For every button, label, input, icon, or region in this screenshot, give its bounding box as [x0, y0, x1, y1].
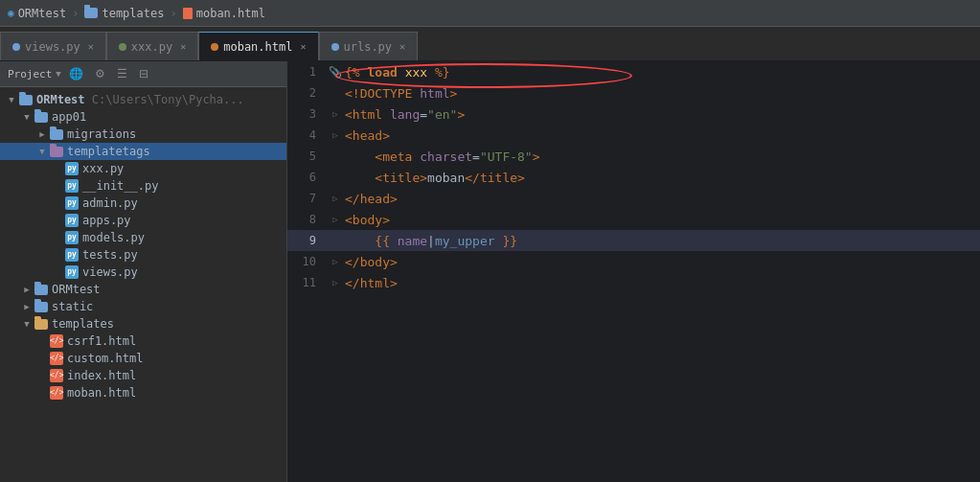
project-icon: ◉: [8, 7, 14, 19]
py-icon-models: py: [65, 231, 79, 244]
py-icon-xxx: py: [65, 162, 79, 175]
tab-py-icon: [12, 43, 20, 51]
py-icon-admin: py: [65, 196, 79, 210]
code-line-5: 5 <meta charset="UTF-8">: [287, 146, 980, 167]
code-line-2: 2 <!DOCTYPE html>: [287, 82, 980, 103]
py-icon-init: py: [65, 179, 79, 193]
tree-item-models-py[interactable]: py models.py: [0, 229, 286, 246]
title-folder[interactable]: templates: [84, 7, 164, 20]
tab-moban-html[interactable]: moban.html ✕: [198, 32, 318, 60]
folder-icon-templates: [34, 319, 48, 330]
code-line-1: 1 📎 {% load xxx %}: [287, 61, 980, 82]
toolbar-collapse-btn[interactable]: ⊟: [135, 65, 152, 82]
tab-moban-icon: [211, 43, 218, 51]
sidebar-toolbar: Project ▼ 🌐 ⚙ ☰ ⊟: [0, 61, 286, 87]
project-label: Project: [8, 68, 52, 80]
tree-item-index-html[interactable]: </> index.html: [0, 367, 286, 384]
tree-item-tests-py[interactable]: py tests.py: [0, 246, 286, 264]
py-icon-apps: py: [65, 214, 79, 227]
tree-item-migrations[interactable]: ▶ migrations: [0, 126, 286, 143]
code-line-7: 7 ▷ </head>: [287, 188, 980, 209]
tree-item-admin-py[interactable]: py admin.py: [0, 195, 286, 212]
tree-item-custom-html[interactable]: </> custom.html: [0, 350, 286, 367]
tree-item-csrf1-html[interactable]: </> csrf1.html: [0, 333, 286, 350]
py-icon-views: py: [65, 265, 79, 279]
tree-item-moban-html[interactable]: </> moban.html: [0, 384, 286, 402]
toolbar-dropdown-arrow: ▼: [56, 69, 60, 79]
tab-xxx-py[interactable]: xxx.py ✕: [106, 32, 198, 60]
tab-urls-py[interactable]: urls.py ✕: [319, 32, 419, 60]
toolbar-locate-btn[interactable]: 🌐: [65, 65, 87, 82]
tree-item-views-py[interactable]: py views.py: [0, 264, 286, 281]
tree-item-init-py[interactable]: py __init__.py: [0, 177, 286, 195]
folder-icon-ormtest: [19, 95, 33, 105]
toolbar-gear-btn[interactable]: ☰: [113, 65, 131, 82]
folder-icon-migrations: [50, 129, 63, 140]
folder-icon-templatetags: [50, 147, 63, 157]
title-bar: ◉ ORMtest › templates › moban.html: [0, 0, 980, 27]
tree-item-xxx-py[interactable]: py xxx.py: [0, 160, 286, 177]
folder-icon-title: [84, 8, 98, 18]
tab-close-views[interactable]: ✕: [88, 41, 94, 52]
code-line-10: 10 ▷ </body>: [287, 251, 980, 272]
code-area: 1 📎 {% load xxx %} 2 <!DOCTYPE html> 3 ▷…: [287, 61, 980, 293]
bookmark-icon: 📎: [329, 66, 342, 79]
html-icon-moban: </>: [50, 386, 63, 400]
main-layout: Project ▼ 🌐 ⚙ ☰ ⊟ ▼ ORMtest C:\Users\Ton…: [0, 61, 980, 482]
html-icon-csrf1: </>: [50, 334, 63, 348]
tree-item-templatetags[interactable]: ▼ templatetags: [0, 143, 286, 160]
tree-item-ormtest-sub[interactable]: ▶ ORMtest: [0, 281, 286, 298]
folder-icon-app01: [34, 112, 48, 123]
code-line-8: 8 ▷ <body>: [287, 209, 980, 230]
html-icon-custom: </>: [50, 352, 63, 365]
html-file-icon-title: [183, 8, 193, 19]
sidebar-tree: ▼ ORMtest C:\Users\Tony\Pycha... ▼ app01…: [0, 87, 286, 405]
html-icon-index: </>: [50, 369, 63, 382]
tab-close-urls[interactable]: ✕: [399, 41, 405, 52]
title-project[interactable]: ◉ ORMtest: [8, 7, 66, 20]
tree-item-templates[interactable]: ▼ templates: [0, 315, 286, 333]
code-line-9: 9 {{ name|my_upper }}: [287, 230, 980, 251]
tab-close-xxx[interactable]: ✕: [180, 41, 186, 52]
folder-icon-static: [34, 302, 48, 312]
tab-views-py[interactable]: views.py ✕: [0, 32, 106, 60]
code-line-4: 4 ▷ <head>: [287, 125, 980, 146]
tree-item-static[interactable]: ▶ static: [0, 298, 286, 315]
folder-icon-ormtest-sub: [34, 285, 48, 295]
title-file[interactable]: moban.html: [183, 7, 265, 20]
code-line-3: 3 ▷ <html lang="en">: [287, 103, 980, 125]
tab-close-moban[interactable]: ✕: [300, 41, 306, 52]
code-editor[interactable]: 1 📎 {% load xxx %} 2 <!DOCTYPE html> 3 ▷…: [287, 61, 980, 482]
code-line-11: 11 ▷ </html>: [287, 272, 980, 293]
tree-item-app01[interactable]: ▼ app01: [0, 108, 286, 126]
tree-item-apps-py[interactable]: py apps.py: [0, 212, 286, 229]
code-line-6: 6 <title>moban</title>: [287, 167, 980, 188]
tab-urls-icon: [331, 43, 339, 51]
tabs-bar: views.py ✕ xxx.py ✕ moban.html ✕ urls.py…: [0, 27, 980, 61]
tree-item-ormtest-root[interactable]: ▼ ORMtest C:\Users\Tony\Pycha...: [0, 91, 286, 108]
py-icon-tests: py: [65, 248, 79, 262]
tab-xxx-icon: [119, 43, 126, 51]
sidebar: Project ▼ 🌐 ⚙ ☰ ⊟ ▼ ORMtest C:\Users\Ton…: [0, 61, 287, 482]
toolbar-settings-btn[interactable]: ⚙: [91, 65, 109, 82]
